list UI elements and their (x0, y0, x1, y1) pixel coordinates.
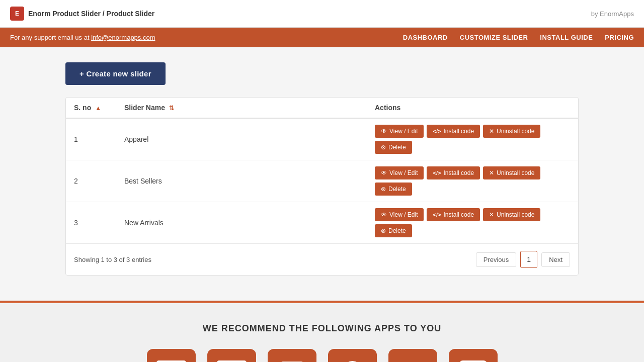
reviews-icon: ★★★★★ (215, 357, 248, 362)
by-label: by EnormApps (591, 10, 634, 18)
nav-dashboard[interactable]: DASHBOARD (403, 34, 448, 41)
pagination-row: Showing 1 to 3 of 3 entries Previous 1 N… (66, 243, 578, 275)
circle-x-icon: ⊗ (381, 227, 386, 234)
view-edit-button[interactable]: 👁 View / Edit (375, 125, 424, 138)
top-bar-left: E Enorm Product Slider / Product Slider (10, 7, 154, 21)
table-row: 1 Apparel 👁 View / Edit </> Install code (66, 118, 578, 160)
view-edit-button[interactable]: 👁 View / Edit (375, 166, 424, 179)
bundle-icon (336, 357, 369, 362)
delete-button[interactable]: ⊗ Delete (375, 141, 412, 154)
rec-app-icon-bundle: ⊕ NORM APPS (328, 349, 377, 362)
breadcrumb: Enorm Product Slider / Product Slider (28, 10, 154, 18)
table-row: 2 Best Sellers 👁 View / Edit </> Install… (66, 160, 578, 202)
gallery-icon (155, 357, 188, 362)
delete-button[interactable]: ⊗ Delete (375, 224, 412, 237)
sliders-table-container: S. no ▲ Slider Name ⇅ Actions 1 Appa (65, 97, 579, 276)
eye-icon: 👁 (381, 211, 387, 218)
top-bar: E Enorm Product Slider / Product Slider … (0, 0, 644, 28)
pagination-controls: Previous 1 Next (476, 251, 570, 268)
rec-app-ask-question[interactable]: Q A ⊕ NORM APPS Ask aquestion (448, 349, 498, 362)
x-icon: ✕ (489, 128, 494, 135)
install-code-button[interactable]: </> Install code (427, 208, 480, 221)
row-actions: 👁 View / Edit </> Install code ✕ Uninsta… (367, 118, 578, 160)
rec-app-icon-gallery: ⊕ NORM APPS (147, 349, 196, 362)
rec-app-icon-reviews: ★★★★★ ⊕ NORM APPS (207, 349, 256, 362)
rec-app-product-reviews[interactable]: ★★★★★ ⊕ NORM APPS ProductReviews (206, 349, 257, 362)
sort-icon-sno: ▲ (95, 105, 101, 112)
rec-title: WE RECOMMEND THE FOLLOWING APPS TO YOU (10, 323, 634, 334)
question-icon: Q A (457, 357, 490, 362)
action-buttons: 👁 View / Edit </> Install code ✕ Uninsta… (375, 125, 570, 154)
table-header-row: S. no ▲ Slider Name ⇅ Actions (66, 98, 578, 118)
main-content: + Create new slider S. no ▲ Slider Name … (55, 47, 589, 291)
app-icon: E (10, 7, 24, 21)
create-slider-button[interactable]: + Create new slider (65, 62, 166, 85)
nav-items: DASHBOARD CUSTOMIZE SLIDER INSTALL GUIDE… (403, 34, 634, 41)
row-actions: 👁 View / Edit </> Install code ✕ Uninsta… (367, 160, 578, 202)
view-edit-button[interactable]: 👁 View / Edit (375, 208, 424, 221)
product-slider-icon: 👕 (396, 357, 429, 362)
rec-app-image-slider[interactable]: ⊕ NORM APPS Imageslider (267, 349, 317, 362)
row-sno: 1 (66, 118, 116, 160)
uninstall-code-button[interactable]: ✕ Uninstall code (483, 166, 540, 179)
rec-apps-list: ⊕ NORM APPS Image+videogallery ★★★★★ ⊕ N… (10, 349, 634, 362)
install-code-button[interactable]: </> Install code (427, 166, 480, 179)
sliders-table: S. no ▲ Slider Name ⇅ Actions 1 Appa (66, 98, 578, 243)
previous-button[interactable]: Previous (476, 252, 517, 267)
next-button[interactable]: Next (541, 252, 570, 267)
showing-text: Showing 1 to 3 of 3 entries (74, 256, 151, 263)
table-row: 3 New Arrivals 👁 View / Edit </> Install… (66, 202, 578, 244)
action-buttons: 👁 View / Edit </> Install code ✕ Uninsta… (375, 166, 570, 196)
nav-pricing[interactable]: PRICING (605, 34, 634, 41)
rec-app-image-video-gallery[interactable]: ⊕ NORM APPS Image+videogallery (146, 349, 196, 362)
support-text: For any support email us at info@enormap… (10, 34, 155, 41)
recommendations-section: WE RECOMMEND THE FOLLOWING APPS TO YOU ⊕… (0, 303, 644, 362)
nav-install[interactable]: INSTALL GUIDE (540, 34, 593, 41)
row-slider-name: Apparel (116, 118, 367, 160)
row-sno: 3 (66, 202, 116, 244)
rec-app-icon-slider: ⊕ NORM APPS (268, 349, 316, 362)
nav-bar: For any support email us at info@enormap… (0, 28, 644, 47)
action-buttons: 👁 View / Edit </> Install code ✕ Uninsta… (375, 208, 570, 237)
eye-icon: 👁 (381, 128, 387, 135)
uninstall-code-button[interactable]: ✕ Uninstall code (483, 208, 540, 221)
support-email-link[interactable]: info@enormapps.com (91, 34, 155, 41)
row-actions: 👁 View / Edit </> Install code ✕ Uninsta… (367, 202, 578, 244)
col-actions: Actions (367, 98, 578, 118)
rec-app-bundle-products[interactable]: ⊕ NORM APPS BundleProducts (327, 349, 377, 362)
rec-app-icon-product-slider: 👕 ⊕ NORM APPS (388, 349, 437, 362)
col-slider-name[interactable]: Slider Name ⇅ (116, 98, 367, 118)
col-sno[interactable]: S. no ▲ (66, 98, 116, 118)
sort-icon-name: ⇅ (169, 105, 174, 112)
eye-icon: 👁 (381, 169, 387, 176)
code-icon: </> (433, 212, 441, 218)
x-icon: ✕ (489, 211, 494, 218)
page-number: 1 (520, 251, 537, 268)
image-slider-icon (276, 357, 308, 362)
x-icon: ✕ (489, 169, 494, 176)
circle-x-icon: ⊗ (381, 144, 386, 151)
rec-app-icon-question: Q A ⊕ NORM APPS (449, 349, 498, 362)
rec-app-product-slider[interactable]: 👕 ⊕ NORM APPS Productslider (387, 349, 438, 362)
row-slider-name: New Arrivals (116, 202, 367, 244)
delete-button[interactable]: ⊗ Delete (375, 183, 412, 196)
uninstall-code-button[interactable]: ✕ Uninstall code (483, 125, 540, 138)
circle-x-icon: ⊗ (381, 186, 386, 193)
code-icon: </> (433, 128, 441, 134)
row-slider-name: Best Sellers (116, 160, 367, 202)
install-code-button[interactable]: </> Install code (427, 125, 480, 138)
code-icon: </> (433, 170, 441, 176)
row-sno: 2 (66, 160, 116, 202)
nav-customize[interactable]: CUSTOMIZE SLIDER (460, 34, 528, 41)
